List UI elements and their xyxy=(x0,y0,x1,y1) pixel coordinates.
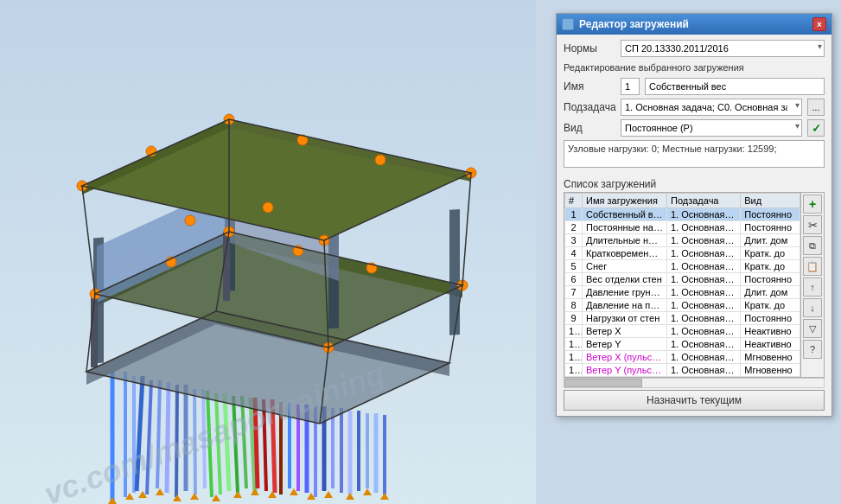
copy-button[interactable]: ⧉ xyxy=(803,236,822,255)
cell-subtask: 1. Основная зада... xyxy=(666,364,740,377)
dialog-body: Нормы СП 20.13330.2011/2016 Редактирован… xyxy=(557,35,831,173)
edit-section-label: Редактирование выбранного загружения xyxy=(564,61,825,74)
cell-type: Кратк. до xyxy=(741,260,800,273)
subtask-select[interactable]: 1. Основная задача; С0. Основная задача;… xyxy=(621,99,802,116)
cell-name: Нагрузки от стен xyxy=(583,312,667,325)
type-select[interactable]: Постоянное (Р) xyxy=(621,119,802,137)
svg-rect-59 xyxy=(449,209,460,335)
editor-dialog: Редактор загружений × Нормы СП 20.13330.… xyxy=(556,13,832,417)
type-confirm-button[interactable]: ✓ xyxy=(807,119,825,137)
loads-info-text: Узловые нагрузки: 0; Местные нагрузки: 1… xyxy=(568,144,776,154)
cell-type: Неактивно xyxy=(741,338,800,351)
loads-table: # Имя загружения Подзадача Вид 1Собствен… xyxy=(564,193,800,377)
cell-subtask: 1. Основная зада... xyxy=(666,221,740,234)
cell-subtask: 1. Основная зада... xyxy=(666,299,740,312)
type-label: Вид xyxy=(564,122,615,134)
subtask-label: Подзадача xyxy=(564,101,615,113)
cell-num: 13 xyxy=(565,364,583,377)
cell-num: 12 xyxy=(565,351,583,364)
name-number-input[interactable] xyxy=(621,78,640,95)
cell-name: Постоянные нагруз... xyxy=(583,221,667,234)
col-name: Имя загружения xyxy=(583,194,667,208)
svg-line-11 xyxy=(203,389,205,488)
list-section: Список загружений # Имя загружения Подза… xyxy=(557,176,831,388)
table-row[interactable]: 7Давление грунта а...1. Основная зада...… xyxy=(565,286,800,299)
cell-num: 10 xyxy=(565,325,583,338)
cell-num: 2 xyxy=(565,221,583,234)
cell-type: Постоянно xyxy=(741,273,800,286)
3d-viewport: vc.com/masaportraining xyxy=(0,0,536,504)
svg-line-8 xyxy=(176,385,177,497)
cell-type: Мгновенно xyxy=(741,351,800,364)
cell-subtask: 1. Основная зада... xyxy=(666,312,740,325)
svg-line-10 xyxy=(194,389,195,494)
norms-row: Нормы СП 20.13330.2011/2016 xyxy=(564,40,825,57)
cell-subtask: 1. Основная зада... xyxy=(666,286,740,299)
col-type: Вид xyxy=(741,194,800,208)
horizontal-scrollbar[interactable] xyxy=(564,378,825,388)
cut-button[interactable]: ✂ xyxy=(803,215,822,234)
cell-num: 4 xyxy=(565,247,583,260)
table-row[interactable]: 8Давление на повер...1. Основная зада...… xyxy=(565,299,800,312)
table-row[interactable]: 6Вес отделки стен1. Основная зада...Пост… xyxy=(565,273,800,286)
cell-num: 3 xyxy=(565,234,583,247)
cell-num: 7 xyxy=(565,286,583,299)
cell-name: Давление на повер... xyxy=(583,299,667,312)
name-value-input[interactable] xyxy=(645,78,825,95)
move-down-button[interactable]: ↓ xyxy=(803,298,822,317)
cell-num: 6 xyxy=(565,273,583,286)
move-up-button[interactable]: ↑ xyxy=(803,278,822,297)
list-label: Список загружений xyxy=(557,176,831,192)
cell-type: Длит. дом xyxy=(741,234,800,247)
type-row: Вид Постоянное (Р) ✓ xyxy=(564,119,825,137)
list-toolbar: + ✂ ⧉ 📋 ↑ ↓ ▽ ? xyxy=(801,192,825,378)
cell-type: Постоянно xyxy=(741,312,800,325)
cell-name: Собственный вес xyxy=(583,208,667,221)
cell-type: Неактивно xyxy=(741,325,800,338)
cell-num: 8 xyxy=(565,299,583,312)
table-row[interactable]: 12Ветер X (пульсацию...1. Основная зада.… xyxy=(565,351,800,364)
cell-subtask: 1. Основная зада... xyxy=(666,234,740,247)
name-row: Имя xyxy=(564,78,825,95)
subtask-more-button[interactable]: ... xyxy=(807,99,825,116)
help-button[interactable]: ? xyxy=(803,340,822,359)
table-row[interactable]: 2Постоянные нагруз...1. Основная зада...… xyxy=(565,221,800,234)
cell-type: Мгновенно xyxy=(741,364,800,377)
svg-line-18 xyxy=(255,398,258,488)
cell-name: Давление грунта а... xyxy=(583,286,667,299)
cell-name: Ветер Y xyxy=(583,338,667,351)
table-row[interactable]: 1Собственный вес1. Основная зада...Посто… xyxy=(565,208,800,221)
table-row[interactable]: 9Нагрузки от стен1. Основная зада...Пост… xyxy=(565,312,800,325)
paste-button[interactable]: 📋 xyxy=(803,257,822,276)
cell-num: 11 xyxy=(565,338,583,351)
table-row[interactable]: 3Длительные нагруз...1. Основная зада...… xyxy=(565,234,800,247)
cell-subtask: 1. Основная зада... xyxy=(666,273,740,286)
col-subtask: Подзадача xyxy=(666,194,740,208)
cell-type: Кратк. до xyxy=(741,247,800,260)
add-button[interactable]: + xyxy=(803,195,822,214)
cell-name: Снег xyxy=(583,260,667,273)
dialog-titlebar: Редактор загружений × xyxy=(557,14,831,35)
scroll-thumb xyxy=(564,379,642,387)
svg-point-75 xyxy=(263,202,273,213)
table-row[interactable]: 5Снег1. Основная зада...Кратк. до xyxy=(565,260,800,273)
filter-button[interactable]: ▽ xyxy=(803,319,822,338)
cell-name: Ветер X (пульсацию... xyxy=(583,351,667,364)
table-row[interactable]: 10Ветер X1. Основная зада...Неактивно xyxy=(565,325,800,338)
list-wrapper[interactable]: # Имя загружения Подзадача Вид 1Собствен… xyxy=(564,192,801,378)
table-row[interactable]: 13Ветер Y (пульсацию...1. Основная зада.… xyxy=(565,364,800,377)
cell-type: Кратк. до xyxy=(741,299,800,312)
cell-num: 1 xyxy=(565,208,583,221)
table-row[interactable]: 11Ветер Y1. Основная зада...Неактивно xyxy=(565,338,800,351)
col-num: # xyxy=(565,194,583,208)
norms-select[interactable]: СП 20.13330.2011/2016 xyxy=(621,40,825,57)
close-button[interactable]: × xyxy=(812,17,826,31)
cell-name: Ветер Y (пульсацию... xyxy=(583,364,667,377)
cell-type: Постоянно xyxy=(741,208,800,221)
cell-subtask: 1. Основная зада... xyxy=(666,260,740,273)
cell-type: Постоянно xyxy=(741,221,800,234)
table-row[interactable]: 4Кратковременные ...1. Основная зада...К… xyxy=(565,247,800,260)
dialog-icon xyxy=(562,18,574,30)
cell-type: Длит. дом xyxy=(741,286,800,299)
assign-current-button[interactable]: Назначить текущим xyxy=(564,390,825,411)
